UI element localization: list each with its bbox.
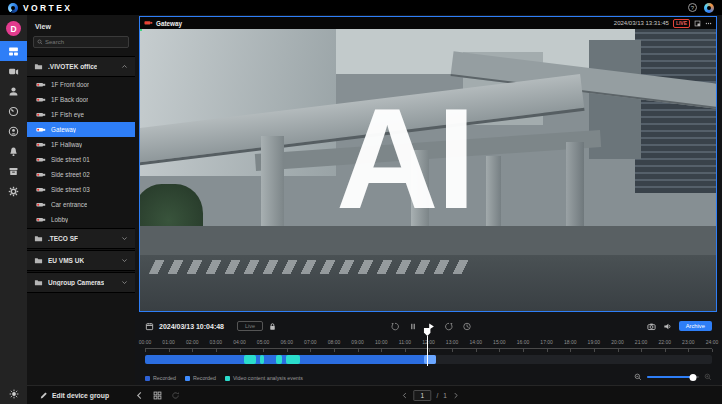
page-prev-icon[interactable] <box>401 392 408 399</box>
account-icon[interactable] <box>0 121 27 141</box>
device-tree-panel: View .VIVOTEK office1F Front door1F Back… <box>27 15 135 385</box>
edit-device-group[interactable]: Edit device group <box>39 391 109 400</box>
camera-name: Side street 03 <box>51 186 90 193</box>
gear-icon[interactable] <box>0 181 27 201</box>
chevron-down-icon[interactable] <box>121 235 128 242</box>
more-options-icon[interactable] <box>705 20 712 27</box>
chevron-up-icon[interactable] <box>121 63 128 70</box>
timeline-hour-label: 08:00 <box>328 339 341 345</box>
device-group-row[interactable]: Ungroup Cameras <box>27 272 135 293</box>
timeline-ruler <box>145 348 712 352</box>
timeline-hour-label: 20:00 <box>611 339 624 345</box>
live-button[interactable]: Live <box>237 321 263 331</box>
playback-speed-icon[interactable] <box>463 322 472 331</box>
timeline-hour-label: 22:00 <box>658 339 671 345</box>
help-icon[interactable]: ? <box>688 3 697 12</box>
camera-row[interactable]: Lobby <box>27 212 135 227</box>
camera-row[interactable]: 1F Front door <box>27 77 135 92</box>
page-next-icon[interactable] <box>452 392 459 399</box>
timeline-tick <box>216 349 217 352</box>
rewind-icon[interactable] <box>391 322 400 331</box>
camera-row[interactable]: Side street 02 <box>27 167 135 182</box>
avatar[interactable]: D <box>6 21 21 36</box>
timeline-track[interactable] <box>145 355 712 364</box>
dashboard-icon[interactable] <box>0 101 27 121</box>
transport-controls <box>391 322 472 331</box>
help-glyph: ? <box>691 5 694 11</box>
layout-grid-icon[interactable] <box>153 391 162 400</box>
zoom-slider-knob[interactable] <box>689 374 696 381</box>
popout-icon[interactable] <box>694 20 701 27</box>
camera-name: 1F Fish eye <box>51 111 84 118</box>
lock-icon[interactable] <box>268 322 277 331</box>
volume-icon[interactable] <box>663 322 672 331</box>
legend-item: Recorded <box>185 375 216 381</box>
archive-button[interactable]: Archive <box>679 321 712 331</box>
timeline-hour-label: 02:00 <box>186 339 199 345</box>
timeline-segment-vca <box>286 355 300 364</box>
chevron-down-icon[interactable] <box>121 257 128 264</box>
account-swirl-icon[interactable] <box>704 3 714 13</box>
timeline-hour-label: 03:00 <box>210 339 223 345</box>
bell-icon[interactable] <box>0 141 27 161</box>
camera-row[interactable]: 1F Fish eye <box>27 107 135 122</box>
playback-datetime[interactable]: 2024/03/13 10:04:48 <box>159 323 224 330</box>
devices-icon[interactable] <box>0 61 27 81</box>
search-input[interactable] <box>45 39 125 45</box>
timeline-hour-label: 09:00 <box>351 339 364 345</box>
scene-crosswalk <box>148 260 471 274</box>
device-group-row[interactable]: .TECO SF <box>27 228 135 249</box>
zoom-out-icon[interactable] <box>634 373 642 381</box>
camera-icon <box>36 201 46 209</box>
page-number-input[interactable] <box>413 390 431 401</box>
search-box[interactable] <box>33 36 129 48</box>
users-icon[interactable] <box>0 81 27 101</box>
timeline-tick <box>287 349 288 352</box>
playhead-line[interactable] <box>427 336 428 366</box>
timeline-tick <box>240 349 241 352</box>
collapse-panel-icon[interactable] <box>135 391 144 400</box>
zoom-in-icon[interactable] <box>704 373 712 381</box>
video-tile[interactable]: Gateway 2024/03/13 13:31:45 LIVE <box>139 16 717 312</box>
timeline[interactable]: 00:0001:0002:0003:0004:0005:0006:0007:00… <box>145 339 712 373</box>
folder-icon <box>34 62 43 71</box>
archive-box-icon[interactable] <box>0 161 27 181</box>
timeline-zoom-slider[interactable] <box>647 376 699 378</box>
rotate-view-icon[interactable] <box>171 391 180 400</box>
camera-row[interactable]: Gateway <box>27 122 135 137</box>
search-icon <box>37 39 43 45</box>
timeline-segment-vca <box>244 355 256 364</box>
legend-swatch <box>185 376 190 381</box>
timeline-hour-label: 23:00 <box>682 339 695 345</box>
legend-label: Recorded <box>153 375 176 381</box>
pause-icon[interactable] <box>409 322 418 331</box>
timeline-hour-label: 12:00 <box>422 339 435 345</box>
folder-icon <box>34 256 43 265</box>
scene-pillar <box>486 156 501 235</box>
timeline-tick <box>712 349 713 352</box>
video-tile-header: Gateway 2024/03/13 13:31:45 LIVE <box>140 17 716 29</box>
chevron-down-icon[interactable] <box>121 279 128 286</box>
video-canvas[interactable]: AI <box>140 29 716 311</box>
camera-icon <box>36 216 46 224</box>
camera-row[interactable]: 1F Hallway <box>27 137 135 152</box>
snapshot-icon[interactable] <box>647 322 656 331</box>
timeline-tick <box>310 349 311 352</box>
sun-icon[interactable] <box>0 387 27 401</box>
timeline-tick <box>665 349 666 352</box>
view-title: View <box>35 23 135 30</box>
camera-row[interactable]: Side street 01 <box>27 152 135 167</box>
camera-row[interactable]: 1F Back door <box>27 92 135 107</box>
camera-row[interactable]: Car entrance <box>27 197 135 212</box>
timeline-hour-label: 05:00 <box>257 339 270 345</box>
topbar-actions: ? <box>688 3 714 13</box>
device-group-row[interactable]: EU VMS UK <box>27 250 135 271</box>
timeline-tick <box>641 349 642 352</box>
camera-row[interactable]: Side street 03 <box>27 182 135 197</box>
device-group-row[interactable]: .VIVOTEK office <box>27 56 135 77</box>
forward-icon[interactable] <box>445 322 454 331</box>
scene-building-right <box>635 29 716 193</box>
camera-icon <box>36 186 46 194</box>
calendar-icon[interactable] <box>145 322 154 331</box>
view-grid-icon[interactable] <box>0 41 27 61</box>
